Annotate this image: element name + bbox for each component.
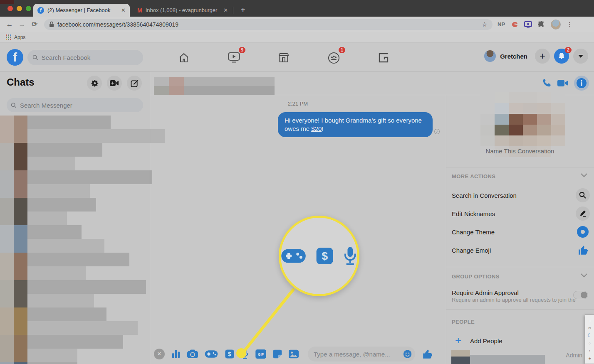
extensions-puzzle-icon[interactable] (538, 21, 545, 28)
browser-profile-avatar[interactable] (551, 20, 561, 30)
marketplace-icon (278, 52, 290, 64)
profile-name[interactable]: Gretchen (500, 53, 527, 60)
nav-home[interactable] (175, 49, 193, 67)
facebook-search[interactable] (27, 50, 143, 65)
profile-avatar[interactable] (484, 50, 496, 62)
account-menu-button[interactable] (573, 49, 588, 64)
extension-red-icon[interactable] (511, 21, 518, 28)
phone-icon[interactable] (542, 78, 552, 88)
section-divider (446, 267, 594, 267)
video-call-icon[interactable] (557, 79, 568, 87)
nav-marketplace[interactable] (275, 49, 293, 67)
edit-nicknames-button[interactable] (576, 207, 590, 221)
tab-gmail-inbox[interactable]: M Inbox (1,008) - evagrunburger ✕ (133, 4, 232, 17)
microphone-icon (343, 246, 357, 266)
poll-icon[interactable] (171, 349, 181, 359)
member-name-redacted (470, 355, 545, 364)
facebook-search-input[interactable] (42, 54, 138, 61)
change-theme-item[interactable]: Change Theme (452, 229, 495, 236)
traffic-light-close[interactable] (7, 6, 13, 11)
traffic-light-minimize[interactable] (17, 6, 22, 11)
reload-button[interactable]: ⟳ (28, 20, 41, 29)
floating-mini-toolbar[interactable]: ← ≍ ☾ ◌ ‹ ● (585, 315, 594, 364)
mini-moon-icon[interactable]: ☾ (587, 333, 592, 337)
search-in-conversation-item[interactable]: Search in Conversation (452, 192, 517, 199)
watch-badge: 9 (239, 47, 245, 53)
screen-corner-artifact (0, 0, 14, 4)
edit-nicknames-item[interactable]: Edit Nicknames (452, 210, 495, 217)
forward-button[interactable]: → (16, 20, 28, 29)
bookmark-star-icon[interactable]: ☆ (482, 20, 488, 28)
tab-close-icon[interactable]: ✕ (121, 7, 126, 13)
change-emoji-item[interactable]: Change Emoji (452, 247, 491, 254)
nav-gaming[interactable] (374, 49, 393, 67)
svg-text:$: $ (322, 250, 328, 262)
conversation-info-button[interactable] (574, 76, 589, 91)
thumbs-up-icon[interactable] (422, 349, 433, 359)
change-emoji-button[interactable] (576, 243, 590, 257)
add-people-button[interactable]: Add People (470, 337, 502, 344)
facebook-logo[interactable]: f (7, 49, 23, 66)
image-icon[interactable] (289, 349, 299, 359)
watch-icon (228, 52, 240, 64)
section-divider (446, 167, 594, 167)
extension-monitor-icon[interactable] (524, 21, 532, 28)
payment-dollar-icon[interactable]: $ (225, 349, 235, 359)
search-icon (579, 192, 587, 199)
address-bar[interactable]: facebook.com/messages/t/3385640474809019… (44, 19, 493, 30)
messenger-search[interactable] (7, 98, 143, 112)
apps-bookmark[interactable]: Apps (14, 34, 25, 40)
mini-ring-icon[interactable]: ◌ (589, 341, 591, 345)
chevron-down-icon (578, 55, 583, 58)
back-button[interactable]: ← (3, 20, 16, 29)
search-in-conversation-button[interactable] (576, 188, 590, 202)
url-text: facebook.com/messages/t/3385640474809019 (57, 21, 178, 28)
browser-tab-strip: f (2) Messenger | Facebook ✕ M Inbox (1,… (0, 0, 594, 17)
extension-np[interactable]: NP (497, 21, 505, 27)
facebook-favicon: f (37, 7, 44, 14)
gmail-favicon: M (137, 7, 142, 14)
mini-back-icon[interactable]: ← (588, 318, 592, 322)
nav-watch[interactable]: 9 (225, 49, 243, 67)
gaming-icon (378, 52, 389, 63)
gif-icon[interactable]: GIF (255, 349, 266, 359)
info-icon (576, 78, 587, 89)
chevron-down-icon[interactable] (581, 273, 587, 278)
mini-lines-icon[interactable]: ≍ (588, 326, 592, 330)
tab-title: Inbox (1,008) - evagrunburger (146, 7, 220, 13)
camera-icon[interactable] (187, 349, 198, 359)
call-actions (542, 76, 589, 91)
messenger-search-input[interactable] (20, 102, 139, 109)
message-amount-link[interactable]: $20 (311, 125, 322, 132)
new-video-chat-button[interactable] (107, 76, 122, 91)
plus-icon: + (540, 52, 545, 61)
tab-title: (2) Messenger | Facebook (47, 7, 118, 13)
chats-sidebar: Chats (0, 71, 150, 364)
browser-menu-icon[interactable]: ⋮ (567, 21, 573, 28)
groups-badge: 1 (339, 47, 345, 53)
emoji-icon[interactable] (403, 349, 412, 359)
chats-title: Chats (7, 76, 35, 88)
notifications-button[interactable]: 2 (554, 49, 569, 64)
tab-messenger[interactable]: f (2) Messenger | Facebook ✕ (33, 4, 130, 17)
require-admin-approval-toggle[interactable] (573, 291, 588, 299)
compose-button[interactable] (127, 76, 142, 91)
close-actions-button[interactable]: ✕ (154, 349, 165, 359)
change-theme-button[interactable] (576, 225, 590, 239)
nav-groups[interactable]: 1 (324, 49, 343, 67)
message-composer[interactable] (308, 347, 415, 362)
apps-grid-icon[interactable] (6, 34, 11, 40)
message-timestamp: 2:21 PM (150, 101, 446, 107)
game-controller-icon[interactable] (205, 350, 218, 358)
traffic-light-zoom[interactable] (26, 6, 31, 11)
create-button[interactable]: + (535, 49, 550, 64)
chevron-down-icon[interactable] (581, 173, 587, 177)
message-input[interactable] (314, 351, 401, 358)
new-tab-button[interactable]: + (237, 4, 249, 16)
chat-settings-button[interactable] (87, 76, 102, 91)
mini-chevron-icon[interactable]: ‹ (589, 349, 590, 353)
callout-pointer-dot (236, 348, 246, 358)
sticker-icon[interactable] (273, 349, 282, 359)
tab-close-icon[interactable]: ✕ (223, 7, 228, 13)
name-conversation-link[interactable]: Name This Conversation (446, 148, 594, 155)
